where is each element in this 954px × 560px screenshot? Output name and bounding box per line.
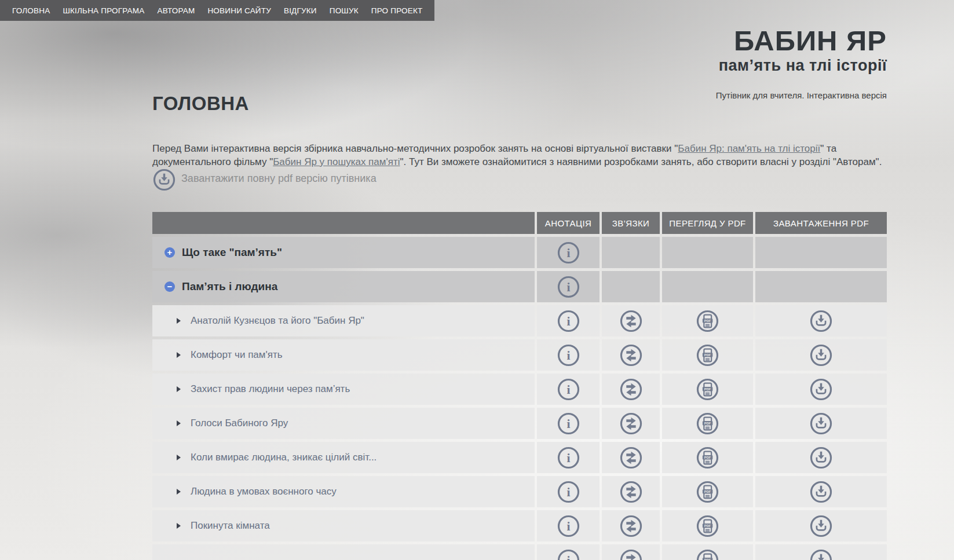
item-row-title-cell[interactable]: Анатолій Кузнєцов та його "Бабин Яр" — [152, 305, 535, 336]
links-icon[interactable] — [619, 378, 643, 401]
info-icon[interactable]: i — [557, 275, 580, 299]
nav-item-site-news[interactable]: НОВИНИ САЙТУ — [201, 6, 277, 15]
table-cell[interactable] — [755, 510, 887, 541]
pdf-view-icon[interactable]: PDF — [696, 378, 719, 401]
info-icon[interactable]: i — [557, 412, 580, 435]
table-cell[interactable] — [755, 442, 887, 473]
pdf-download-icon[interactable] — [809, 343, 833, 367]
links-icon[interactable] — [619, 446, 643, 470]
pdf-download-icon[interactable] — [809, 480, 833, 504]
table-cell[interactable]: PDF — [662, 374, 753, 405]
table-cell[interactable] — [602, 374, 660, 405]
info-icon[interactable]: i — [557, 480, 580, 504]
nav-item-about-project[interactable]: ПРО ПРОЕКТ — [365, 6, 429, 15]
table-cell[interactable]: PDF — [662, 408, 753, 439]
pdf-view-icon[interactable]: PDF — [696, 548, 719, 560]
intro-link-film[interactable]: Бабин Яр у пошуках пам'яті — [273, 156, 400, 167]
intro-text: Перед Вами інтерактивна версія збірника … — [152, 143, 678, 154]
table-cell[interactable]: i — [537, 476, 600, 507]
table-row: Захист прав людини через пам’ятьiPDF — [152, 374, 887, 405]
pdf-download-icon[interactable] — [809, 548, 833, 560]
links-icon[interactable] — [619, 309, 643, 333]
table-cell[interactable]: PDF — [662, 305, 753, 336]
links-icon[interactable] — [619, 343, 643, 367]
table-cell — [662, 271, 753, 302]
table-cell[interactable] — [755, 544, 887, 560]
caret-right-icon — [177, 523, 185, 529]
table-cell[interactable]: PDF — [662, 544, 753, 560]
info-icon[interactable]: i — [557, 378, 580, 401]
table-cell[interactable]: PDF — [662, 476, 753, 507]
row-title: Покинута кімната — [191, 520, 270, 532]
pdf-download-icon[interactable] — [809, 378, 833, 401]
expand-plus-icon[interactable]: + — [165, 247, 175, 258]
pdf-view-icon[interactable]: PDF — [696, 514, 719, 538]
pdf-view-icon[interactable]: PDF — [696, 480, 719, 504]
nav-item-home[interactable]: ГОЛОВНА — [6, 6, 56, 15]
table-cell[interactable]: PDF — [662, 339, 753, 371]
pdf-view-icon[interactable]: PDF — [696, 343, 719, 367]
pdf-download-icon[interactable] — [809, 514, 833, 538]
svg-text:i: i — [566, 246, 570, 260]
item-row-title-cell[interactable]: Комфорт чи пам'ять — [152, 339, 535, 371]
group-row-title-cell[interactable]: +Що таке "пам’ять" — [152, 237, 535, 268]
table-cell[interactable]: i — [537, 271, 600, 302]
svg-text:PDF: PDF — [704, 319, 711, 322]
table-cell[interactable] — [602, 442, 660, 473]
table-cell[interactable] — [602, 510, 660, 541]
item-row-title-cell[interactable] — [152, 544, 535, 560]
table-cell[interactable]: i — [537, 305, 600, 336]
table-cell[interactable]: i — [537, 442, 600, 473]
item-row-title-cell[interactable]: Захист прав людини через пам’ять — [152, 374, 535, 405]
table-cell[interactable]: i — [537, 374, 600, 405]
table-cell[interactable] — [755, 476, 887, 507]
nav-item-search[interactable]: ПОШУК — [323, 6, 365, 15]
info-icon[interactable]: i — [557, 309, 580, 333]
download-pdf-link[interactable]: Завантажити повну pdf версію путівника — [152, 168, 377, 189]
table-cell[interactable]: i — [537, 510, 600, 541]
table-cell[interactable]: i — [537, 339, 600, 371]
pdf-view-icon[interactable]: PDF — [696, 412, 719, 435]
nav-item-school-program[interactable]: ШКІЛЬНА ПРОГРАМА — [56, 6, 151, 15]
info-icon[interactable]: i — [557, 514, 580, 538]
pdf-view-icon[interactable]: PDF — [696, 446, 719, 470]
info-icon[interactable]: i — [557, 446, 580, 470]
nav-item-authors[interactable]: АВТОРАМ — [151, 6, 201, 15]
table-cell[interactable]: PDF — [662, 442, 753, 473]
table-cell[interactable] — [602, 408, 660, 439]
info-icon[interactable]: i — [557, 343, 580, 367]
item-row-title-cell[interactable]: Людина в умовах воєнного часу — [152, 476, 535, 507]
links-icon[interactable] — [619, 548, 643, 560]
caret-right-icon — [177, 455, 185, 460]
item-row-title-cell[interactable]: Покинута кімната — [152, 510, 535, 541]
group-row-title-cell[interactable]: −Пам’ять і людина — [152, 271, 535, 302]
table-cell[interactable]: i — [537, 544, 600, 560]
table-cell[interactable]: i — [537, 408, 600, 439]
pdf-download-icon[interactable] — [809, 412, 833, 435]
table-cell[interactable] — [602, 339, 660, 371]
links-icon[interactable] — [619, 412, 643, 435]
table-cell[interactable] — [755, 305, 887, 336]
links-icon[interactable] — [619, 480, 643, 504]
svg-text:i: i — [566, 417, 570, 431]
links-icon[interactable] — [619, 514, 643, 538]
table-cell[interactable] — [602, 544, 660, 560]
info-icon[interactable]: i — [557, 548, 580, 560]
pdf-download-icon[interactable] — [152, 168, 176, 192]
pdf-download-icon[interactable] — [809, 309, 833, 333]
item-row-title-cell[interactable]: Коли вмирає людина, зникає цілий світ... — [152, 442, 535, 473]
item-row-title-cell[interactable]: Голоси Бабиного Яру — [152, 408, 535, 439]
info-icon[interactable]: i — [557, 241, 580, 265]
nav-item-feedback[interactable]: ВІДГУКИ — [277, 6, 323, 15]
table-cell[interactable] — [602, 305, 660, 336]
table-cell[interactable] — [755, 408, 887, 439]
table-cell[interactable] — [755, 339, 887, 371]
table-cell[interactable]: PDF — [662, 510, 753, 541]
pdf-download-icon[interactable] — [809, 446, 833, 470]
intro-link-exhibition[interactable]: Бабин Яр: пам'ять на тлі історії — [678, 143, 820, 154]
table-cell[interactable] — [755, 374, 887, 405]
table-cell[interactable]: i — [537, 237, 600, 268]
table-cell[interactable] — [602, 476, 660, 507]
collapse-minus-icon[interactable]: − — [165, 281, 175, 292]
pdf-view-icon[interactable]: PDF — [696, 309, 719, 333]
